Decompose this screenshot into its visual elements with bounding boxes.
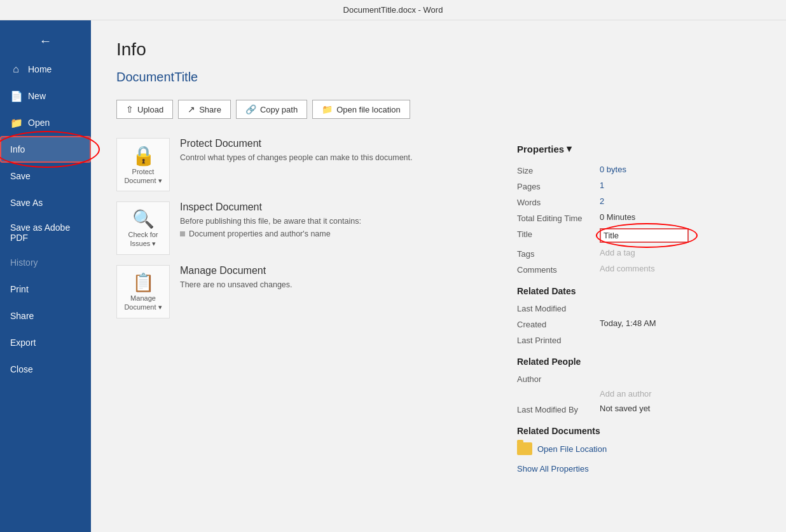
sidebar-item-label: Save (10, 171, 31, 181)
show-all-label: Show All Properties (517, 464, 589, 474)
properties-label: Properties (517, 144, 564, 154)
prop-editing-time-value: 0 Minutes (600, 212, 695, 222)
manage-document-label: ManageDocument ▾ (124, 294, 162, 311)
prop-last-modified-by: Last Modified By Not saved yet (517, 404, 695, 414)
new-icon: 📄 (10, 90, 22, 102)
list-item-text: Document properties and author's name (189, 229, 331, 238)
prop-title-input[interactable] (600, 228, 689, 243)
prop-title-label: Title (517, 228, 600, 239)
sidebar-item-label: Save As (10, 198, 43, 208)
prop-last-printed-label: Last Printed (517, 334, 600, 345)
home-icon: ⌂ (10, 64, 22, 75)
sidebar: ← ⌂ Home 📄 New 📁 Open Info Save Save As (0, 20, 91, 532)
sidebar-item-label: Open (28, 118, 50, 128)
sidebar-item-home[interactable]: ⌂ Home (0, 56, 91, 83)
back-button[interactable]: ← (0, 25, 91, 56)
upload-button[interactable]: ⇧ Upload (116, 100, 173, 119)
prop-size: Size 0 bytes (517, 165, 695, 175)
sidebar-item-save-adobe-pdf[interactable]: Save as Adobe PDF (0, 216, 91, 249)
protect-document-icon-box[interactable]: 🔒 ProtectDocument ▾ (116, 138, 170, 191)
sidebar-item-label: History (10, 257, 38, 268)
inspect-document-title: Inspect Document (180, 201, 361, 213)
related-documents-header: Related Documents (517, 426, 695, 436)
folder-icon (517, 442, 532, 455)
check-issues-label: Check forIssues ▾ (128, 231, 158, 247)
sidebar-item-save[interactable]: Save (0, 163, 91, 189)
manage-document-icon-box[interactable]: 📋 ManageDocument ▾ (116, 265, 170, 318)
prop-size-label: Size (517, 165, 600, 175)
info-main: 🔒 ProtectDocument ▾ Protect Document Con… (116, 138, 761, 479)
bullet-icon (180, 231, 185, 236)
manage-document-title: Manage Document (180, 265, 293, 276)
protect-document-desc: Control what types of changes people can… (180, 153, 413, 162)
prop-editing-time-label: Total Editing Time (517, 212, 600, 223)
back-icon: ← (39, 34, 52, 48)
sidebar-item-label: Print (10, 284, 29, 294)
share-icon: ↗ (188, 104, 195, 114)
prop-editing-time: Total Editing Time 0 Minutes (517, 212, 695, 223)
prop-last-printed: Last Printed (517, 334, 695, 345)
dropdown-arrow: ▾ (158, 177, 162, 184)
prop-last-modified-by-value: Not saved yet (600, 404, 695, 413)
prop-comments: Comments Add comments (517, 264, 695, 275)
sidebar-item-print[interactable]: Print (0, 276, 91, 303)
prop-tags-label: Tags (517, 248, 600, 259)
title-bar: DocumentTitle.docx - Word (0, 0, 786, 20)
prop-title: Title (517, 228, 695, 243)
sidebar-item-label: Close (10, 364, 33, 374)
prop-created: Created Today, 1:48 AM (517, 318, 695, 329)
document-title: DocumentTitle (116, 70, 761, 85)
action-buttons: ⇧ Upload ↗ Share 🔗 Copy path 📁 Open file… (116, 100, 761, 119)
prop-words: Words 2 (517, 196, 695, 207)
manage-icon: 📋 (132, 272, 155, 293)
upload-label: Upload (137, 105, 163, 114)
sidebar-item-label: Home (28, 64, 52, 74)
sidebar-item-label: Info (10, 144, 25, 154)
manage-document-card: 📋 ManageDocument ▾ Manage Document There… (116, 265, 485, 318)
info-cards: 🔒 ProtectDocument ▾ Protect Document Con… (116, 138, 485, 479)
inspect-icon: 🔍 (132, 208, 155, 229)
prop-add-author: Add an author (517, 389, 695, 399)
list-item: Document properties and author's name (180, 228, 361, 240)
prop-comments-label: Comments (517, 264, 600, 275)
sidebar-item-label: New (28, 91, 46, 101)
protect-document-content: Protect Document Control what types of c… (180, 138, 413, 165)
prop-pages: Pages 1 (517, 181, 695, 191)
share-button[interactable]: ↗ Share (178, 100, 231, 119)
sidebar-item-label: Save as Adobe PDF (10, 222, 81, 243)
related-people-header: Related People (517, 357, 695, 367)
copy-path-button[interactable]: 🔗 Copy path (236, 100, 307, 119)
share-label: Share (199, 105, 221, 114)
related-dates-header: Related Dates (517, 286, 695, 296)
title-bar-text: DocumentTitle.docx - Word (343, 5, 443, 15)
manage-document-desc: There are no unsaved changes. (180, 280, 293, 289)
prop-last-modified-by-label: Last Modified By (517, 404, 600, 414)
prop-author-label: Author (517, 373, 600, 384)
open-file-location-button[interactable]: 📁 Open file location (312, 100, 410, 119)
sidebar-item-label: Export (10, 338, 36, 348)
prop-words-value: 2 (600, 196, 695, 206)
prop-last-modified: Last Modified (517, 303, 695, 313)
open-file-location-link[interactable]: Open File Location (517, 442, 695, 455)
prop-words-label: Words (517, 196, 600, 207)
title-input-wrap (600, 228, 689, 243)
sidebar-item-share[interactable]: Share (0, 303, 91, 329)
sidebar-item-label: Share (10, 311, 34, 321)
sidebar-item-new[interactable]: 📄 New (0, 83, 91, 109)
protect-document-title: Protect Document (180, 138, 413, 149)
prop-size-value: 0 bytes (600, 165, 695, 174)
protect-document-label: ProtectDocument ▾ (124, 168, 162, 184)
inspect-document-list: Document properties and author's name (180, 228, 361, 240)
show-all-properties-link[interactable]: Show All Properties (517, 464, 589, 474)
prop-created-value: Today, 1:48 AM (600, 318, 695, 328)
sidebar-item-open[interactable]: 📁 Open (0, 109, 91, 136)
properties-header: Properties ▾ (517, 143, 695, 154)
sidebar-item-info[interactable]: Info (0, 136, 91, 163)
sidebar-item-export[interactable]: Export (0, 329, 91, 356)
sidebar-item-saveas[interactable]: Save As (0, 189, 91, 216)
sidebar-item-close[interactable]: Close (0, 356, 91, 383)
prop-last-modified-label: Last Modified (517, 303, 600, 313)
open-file-location-label: Open file location (336, 105, 400, 114)
page-title: Info (116, 39, 761, 60)
inspect-document-icon-box[interactable]: 🔍 Check forIssues ▾ (116, 201, 170, 255)
